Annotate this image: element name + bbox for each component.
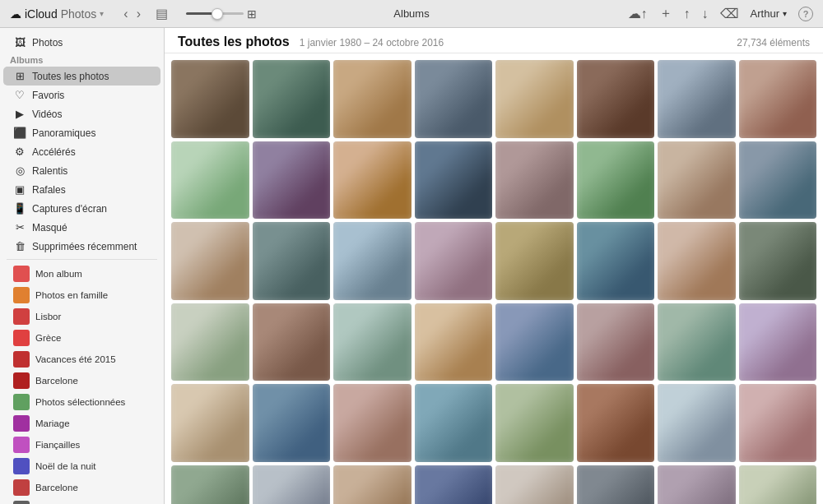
photo-cell[interactable] bbox=[577, 141, 655, 220]
photo-cell[interactable] bbox=[333, 222, 412, 300]
photo-cell[interactable] bbox=[253, 141, 331, 220]
photo-cell[interactable] bbox=[495, 60, 574, 138]
photo-cell[interactable] bbox=[495, 141, 574, 220]
photo-cell[interactable] bbox=[739, 60, 817, 138]
photo-cell[interactable] bbox=[333, 141, 412, 220]
sidebar-item-captures[interactable]: 📱 Captures d'écran bbox=[3, 199, 160, 218]
photo-cell[interactable] bbox=[739, 303, 817, 381]
photo-cell[interactable] bbox=[495, 465, 574, 505]
photo-cell[interactable] bbox=[415, 384, 493, 462]
photo-cell[interactable] bbox=[577, 465, 655, 505]
photo-cell[interactable] bbox=[171, 465, 249, 505]
sidebar-album-9[interactable]: Fiançailles bbox=[3, 434, 160, 455]
sidebar-album-12[interactable]: Im orageux pris bbox=[3, 498, 160, 504]
photo-cell[interactable] bbox=[415, 465, 493, 505]
photo-cell[interactable] bbox=[253, 222, 331, 300]
add-button[interactable]: ＋ bbox=[659, 5, 672, 22]
photo-cell[interactable] bbox=[658, 465, 736, 505]
photo-row-6 bbox=[171, 465, 816, 505]
photo-cell[interactable] bbox=[171, 384, 249, 462]
photo-cell[interactable] bbox=[658, 141, 736, 220]
download-button[interactable]: ↓ bbox=[702, 7, 709, 21]
album-label-6: Barcelone bbox=[35, 376, 78, 386]
photo-cell[interactable] bbox=[415, 222, 493, 300]
zoom-slider[interactable] bbox=[186, 12, 244, 15]
photo-cell[interactable] bbox=[333, 303, 412, 381]
photo-cell[interactable] bbox=[739, 141, 817, 220]
sidebar-item-masque[interactable]: ✂ Masqué bbox=[3, 218, 160, 237]
sidebar-album-3[interactable]: Lisbor bbox=[3, 306, 160, 327]
sidebar-item-panoramiques[interactable]: ⬛ Panoramiques bbox=[3, 123, 160, 142]
photo-cell[interactable] bbox=[495, 303, 574, 381]
photo-cell[interactable] bbox=[415, 60, 493, 138]
photo-cell[interactable] bbox=[658, 222, 736, 300]
sidebar-captures-label: Captures d'écran bbox=[32, 203, 107, 215]
app-section-label: Photos bbox=[61, 7, 97, 21]
sidebar-item-supprimes[interactable]: 🗑 Supprimées récemment bbox=[3, 237, 160, 256]
sidebar-toggle-button[interactable]: ▤ bbox=[151, 4, 173, 23]
sidebar-album-7[interactable]: Photos sélectionnées bbox=[3, 391, 160, 413]
ralentis-icon: ◎ bbox=[13, 164, 26, 177]
content-area: Toutes les photos 1 janvier 1980 – 24 oc… bbox=[165, 28, 823, 504]
photo-cell[interactable] bbox=[171, 60, 249, 138]
photos-icon: 🖼 bbox=[13, 36, 26, 49]
sidebar-album-6[interactable]: Barcelone bbox=[3, 370, 160, 391]
photo-cell[interactable] bbox=[171, 141, 249, 220]
photo-cell[interactable] bbox=[658, 60, 736, 138]
delete-button[interactable]: ⌫ bbox=[720, 6, 739, 21]
sidebar-album-10[interactable]: Noël de la nuit bbox=[3, 455, 160, 477]
forward-button[interactable]: › bbox=[133, 5, 144, 23]
back-button[interactable]: ‹ bbox=[120, 5, 131, 23]
sidebar-item-toutes[interactable]: ⊞ Toutes les photos bbox=[3, 67, 160, 86]
photo-cell[interactable] bbox=[253, 384, 331, 462]
sidebar-item-photos[interactable]: 🖼 Photos bbox=[3, 33, 160, 52]
acceleres-icon: ⚙ bbox=[13, 146, 26, 158]
center-title-label: Albums bbox=[393, 7, 429, 20]
favorites-icon: ♡ bbox=[13, 89, 26, 101]
photo-cell[interactable] bbox=[495, 222, 574, 300]
photo-cell[interactable] bbox=[415, 303, 493, 381]
upload-to-cloud-button[interactable]: ☁↑ bbox=[628, 6, 648, 21]
photo-cell[interactable] bbox=[495, 384, 574, 462]
sidebar-album-8[interactable]: Mariage bbox=[3, 413, 160, 434]
album-label-8: Mariage bbox=[35, 418, 70, 428]
photo-cell[interactable] bbox=[253, 465, 331, 505]
photo-cell[interactable] bbox=[577, 384, 655, 462]
photo-cell[interactable] bbox=[577, 60, 655, 138]
album-label-2: Photos en famille bbox=[35, 290, 108, 300]
sidebar-item-rafales[interactable]: ▣ Rafales bbox=[3, 180, 160, 199]
grid-view-icon: ⊞ bbox=[247, 7, 257, 21]
photo-cell[interactable] bbox=[739, 222, 817, 300]
photo-cell[interactable] bbox=[333, 384, 412, 462]
help-button[interactable]: ? bbox=[798, 7, 813, 21]
album-thumb-1 bbox=[13, 266, 30, 282]
photo-cell[interactable] bbox=[577, 222, 655, 300]
sidebar-item-acceleres[interactable]: ⚙ Accélérés bbox=[3, 142, 160, 161]
photo-cell[interactable] bbox=[577, 303, 655, 381]
photo-cell[interactable] bbox=[333, 465, 412, 505]
sidebar-album-5[interactable]: Vacances été 2015 bbox=[3, 349, 160, 370]
app-title: ☁ iCloud Photos ▾ bbox=[10, 7, 104, 21]
photo-cell[interactable] bbox=[739, 465, 817, 505]
sidebar-album-4[interactable]: Grèce bbox=[3, 327, 160, 349]
photo-cell[interactable] bbox=[415, 141, 493, 220]
photo-cell[interactable] bbox=[658, 384, 736, 462]
photo-cell[interactable] bbox=[333, 60, 412, 138]
sidebar-item-ralentis[interactable]: ◎ Ralentis bbox=[3, 161, 160, 180]
photo-cell[interactable] bbox=[253, 303, 331, 381]
sidebar-album-2[interactable]: Photos en famille bbox=[3, 284, 160, 306]
sidebar-album-1[interactable]: Mon album bbox=[3, 263, 160, 284]
sidebar-album-11[interactable]: Barcelone bbox=[3, 477, 160, 498]
photo-cell[interactable] bbox=[739, 384, 817, 462]
share-button[interactable]: ↑ bbox=[684, 7, 690, 21]
titlebar-left: ☁ iCloud Photos ▾ ‹ › ▤ ⊞ bbox=[10, 4, 257, 23]
album-label-7: Photos sélectionnées bbox=[35, 397, 125, 407]
photo-cell[interactable] bbox=[171, 222, 249, 300]
sidebar-item-favoris[interactable]: ♡ Favoris bbox=[3, 86, 160, 104]
photo-cell[interactable] bbox=[658, 303, 736, 381]
photo-cell[interactable] bbox=[253, 60, 331, 138]
sidebar-item-videos[interactable]: ▶ Vidéos bbox=[3, 104, 160, 123]
photo-cell[interactable] bbox=[171, 303, 249, 381]
user-account-button[interactable]: Arthur ▾ bbox=[751, 7, 787, 20]
album-thumb-11 bbox=[13, 479, 30, 496]
